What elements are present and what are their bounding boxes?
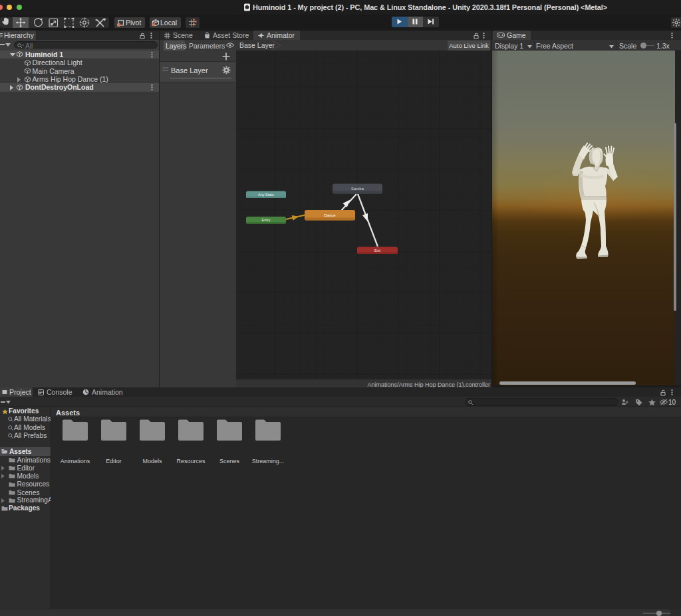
svg-text:Dance: Dance <box>324 213 336 217</box>
svg-text:Entry: Entry <box>262 218 271 222</box>
svg-text:Samba: Samba <box>351 187 364 191</box>
svg-text:Any State: Any State <box>258 193 274 197</box>
svg-text:Exit: Exit <box>374 249 381 253</box>
